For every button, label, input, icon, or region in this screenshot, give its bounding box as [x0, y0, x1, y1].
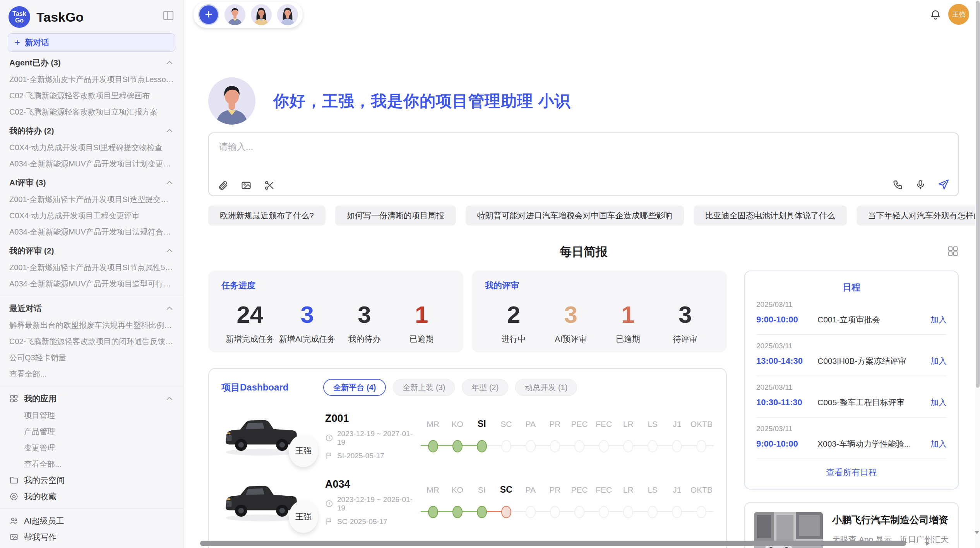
horizontal-scrollbar-thumb[interactable] — [200, 541, 906, 546]
sidebar-section-header[interactable]: 我的待办 (2) — [8, 122, 175, 139]
schedule-event-title: C005-整车工程目标评审 — [817, 397, 930, 408]
sidebar-collapse-icon[interactable] — [162, 9, 175, 22]
footer-item-label: 帮我写作 — [24, 532, 57, 543]
sidebar-item[interactable]: C0X4-动力总成开发项目工程变更评审 — [8, 207, 175, 224]
milestone: OKTB — [689, 485, 714, 524]
send-icon[interactable] — [937, 178, 950, 191]
suggestion-chip[interactable]: 比亚迪全固态电池计划具体说了什么 — [694, 206, 847, 226]
chat-input[interactable]: 请输入... — [219, 141, 819, 176]
project-rows: 王强 Z001 2023-12-19 ~ 2027-01-19 SI-2025-… — [221, 411, 714, 548]
sidebar-sections: Agent已办 (3)Z001-全新燃油皮卡产品开发项目SI节点Lesson L… — [8, 54, 175, 292]
chevron-up-icon — [165, 247, 174, 255]
schedule-item: 2025/03/11 9:00-10:00 C001-立项审批会 加入 — [756, 293, 947, 335]
sidebar-item-ai-staff[interactable]: AI超级员工 — [8, 513, 175, 529]
dashboard-tab[interactable]: 全新上装 (3) — [393, 379, 455, 396]
greeting-block: 你好，王强，我是你的项目管理助理 小识 — [208, 77, 959, 125]
project-dates: 2023-12-19 ~ 2027-01-19 — [325, 430, 421, 447]
sidebar-item-favorites[interactable]: 我的收藏 — [8, 488, 175, 505]
sidebar-item[interactable]: C0X4-动力总成开发项目SI里程碑提交物检查 — [8, 139, 175, 156]
stat-label: 我的待办 — [336, 334, 393, 344]
attachment-icon[interactable] — [218, 180, 228, 191]
scissors-icon[interactable] — [264, 180, 275, 191]
app-item[interactable]: 项目管理 — [8, 407, 175, 423]
sidebar-item-help-write[interactable]: 帮我写作 — [8, 529, 175, 545]
schedule-time: 9:00-10:00 — [756, 315, 814, 325]
sidebar-item-cloud-space[interactable]: 我的云空间 — [8, 472, 175, 488]
milestone-dot — [623, 440, 633, 452]
notification-bell-icon[interactable] — [930, 9, 941, 21]
phone-icon[interactable] — [893, 179, 903, 190]
suggestion-chip[interactable]: 欧洲新规最近颁布了什么? — [208, 206, 326, 226]
stat: 24新增完成任务 — [221, 301, 279, 344]
sidebar-section-header[interactable]: 我的评审 (2) — [8, 242, 175, 259]
milestone: SC — [494, 485, 518, 524]
stat-label: 进行中 — [485, 334, 542, 344]
layout-grid-icon[interactable] — [947, 245, 959, 257]
schedule-time: 10:30-11:30 — [756, 397, 814, 408]
milestone-label: FEC — [592, 420, 616, 429]
sidebar-item[interactable]: A034-全新新能源MUV产品开发项目计划变更表编写 — [8, 156, 175, 172]
view-all-conversations-link[interactable]: 查看全部... — [8, 366, 175, 382]
milestone: PA — [518, 420, 543, 458]
join-meeting-link[interactable]: 加入 — [930, 356, 947, 366]
schedule-title: 日程 — [756, 281, 947, 293]
dashboard-tab[interactable]: 全新平台 (4) — [323, 379, 386, 396]
project-owner-badge: 王强 — [289, 435, 318, 467]
milestone-label: LR — [616, 420, 641, 429]
team-member-avatar[interactable] — [251, 4, 272, 25]
stat-value: 2 — [485, 301, 542, 328]
sidebar-item[interactable]: A034-全新新能源MUV产品开发项目法规符合性评审 — [8, 224, 175, 240]
project-row[interactable]: 王强 A034 2023-12-19 ~ 2026-01-19 SC-2025-… — [221, 476, 714, 527]
milestone-label: PEC — [567, 420, 591, 429]
dashboard-tab[interactable]: 动总开发 (1) — [515, 379, 577, 396]
stats-card: 我的评审2进行中3AI预评审1已逾期3待评审 — [472, 271, 727, 353]
stat: 2进行中 — [485, 301, 542, 344]
join-meeting-link[interactable]: 加入 — [930, 438, 947, 449]
team-member-avatar[interactable] — [277, 4, 298, 25]
app-item[interactable]: 产品管理 — [8, 423, 175, 440]
dashboard-title: 项目Dashboard — [221, 381, 288, 394]
sidebar-item[interactable]: Z001-全新燃油皮卡产品开发项目SI节点Lesson Learn报告 — [8, 71, 175, 87]
user-avatar[interactable]: 王强 — [948, 4, 969, 25]
sidebar-item[interactable]: A034-全新新能源MUV产品开发项目造型可行性评审 — [8, 276, 175, 292]
suggestion-chip[interactable]: 当下年轻人对汽车外观有怎样的喜好趋势 — [857, 206, 980, 226]
sidebar-item[interactable]: C02-飞腾新能源轻客改款项目里程碑画布 — [8, 87, 175, 104]
cloud-space-label: 我的云空间 — [24, 475, 65, 486]
sidebar-section-header-recent[interactable]: 最近对话 — [8, 300, 175, 317]
join-meeting-link[interactable]: 加入 — [930, 397, 947, 408]
dashboard-tab[interactable]: 年型 (2) — [462, 379, 508, 396]
sidebar-item[interactable]: Z001-全新燃油轻卡产品开发项目SI造型提交物评审 — [8, 191, 175, 207]
team-member-avatar[interactable] — [224, 4, 245, 25]
main-area: + 王强 — [183, 0, 980, 548]
sidebar-section-header[interactable]: AI评审 (3) — [8, 174, 175, 191]
recent-conversation-item[interactable]: 解释最新出台的欧盟报废车法规再生塑料比例被调至15%... — [8, 317, 175, 333]
recent-conversation-item[interactable]: 公司Q3轻卡销量 — [8, 349, 175, 366]
scroll-right-arrow-icon[interactable] — [925, 540, 930, 546]
sidebar-item[interactable]: Z001-全新燃油轻卡产品开发项目SI节点属性5D文件评审 — [8, 259, 175, 276]
sidebar-item-creative-draw[interactable]: 创意制图 — [8, 545, 175, 548]
stat-label: AI预评审 — [542, 334, 600, 344]
stat-value: 3 — [656, 301, 714, 328]
milestone-dot — [452, 440, 463, 452]
project-row[interactable]: 王强 Z001 2023-12-19 ~ 2027-01-19 SI-2025-… — [221, 411, 714, 462]
sidebar-item-my-apps[interactable]: 我的应用 — [8, 390, 175, 407]
suggestion-chip[interactable]: 如何写一份清晰的项目周报 — [335, 206, 456, 226]
recent-conversation-item[interactable]: C02-飞腾新能源轻客改款项目的闭环通告反馈情况 — [8, 333, 175, 349]
app-item[interactable]: 变更管理 — [8, 440, 175, 456]
scroll-down-arrow-icon[interactable] — [974, 530, 980, 535]
image-upload-icon[interactable] — [241, 180, 252, 191]
milestone: PR — [543, 485, 567, 524]
join-meeting-link[interactable]: 加入 — [930, 314, 947, 325]
stat: 3AI预评审 — [542, 301, 600, 344]
vertical-scrollbar-thumb[interactable] — [976, 1, 980, 388]
milestone-dot — [501, 440, 511, 452]
view-all-schedule-link[interactable]: 查看所有日程 — [826, 459, 877, 486]
sidebar-item[interactable]: C02-飞腾新能源轻客改款项目立项汇报方案 — [8, 104, 175, 120]
new-chat-button[interactable]: + 新对话 — [8, 33, 175, 52]
add-agent-button[interactable]: + — [198, 4, 219, 25]
view-all-apps-link[interactable]: 查看全部... — [8, 456, 175, 472]
suggestion-chip[interactable]: 特朗普可能对进口汽车增税会对中国车企造成哪些影响 — [466, 206, 684, 226]
sidebar-section-header[interactable]: Agent已办 (3) — [8, 54, 175, 71]
footer-item-label: AI超级员工 — [24, 515, 64, 526]
mic-icon[interactable] — [915, 179, 926, 190]
